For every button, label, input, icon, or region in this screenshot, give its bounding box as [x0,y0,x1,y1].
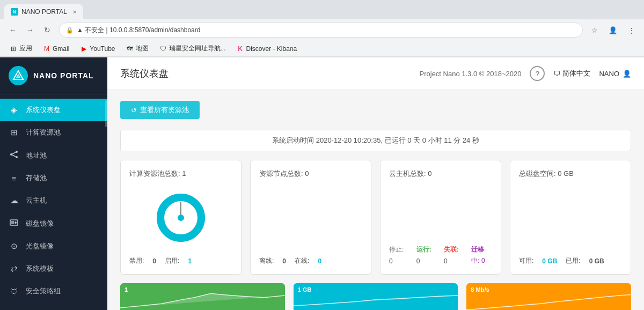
back-button[interactable]: ← [5,23,20,38]
svg-point-3 [16,151,18,153]
disk-icon [10,218,18,227]
svg-point-12 [178,215,184,221]
app-container: NANO PORTAL ◈ 系统仪表盘 ⊞ 计算资源池 [0,57,644,310]
bookmark-star-button[interactable]: ☆ [587,23,602,38]
sidebar-item-disk-image[interactable]: 磁盘镜像 [0,212,107,235]
bookmark-gmail-label: Gmail [53,45,69,53]
cd-icon: ⊙ [9,241,19,251]
user-label: NANO [599,70,619,78]
menu-button[interactable]: ⋮ [624,23,639,38]
logo-text: NANO PORTAL [33,71,94,80]
uptime-bar: 系统启动时间 2020-12-20 10:20:35, 已运行 0 天 0 小时… [120,130,631,151]
enabled-value: 1 [188,257,192,265]
bookmark-kibana[interactable]: K Discover - Kibana [232,44,302,54]
tab-close-button[interactable]: ✕ [72,9,77,15]
share-icon [10,150,18,159]
kibana-icon: K [237,45,244,53]
template-icon: ⇄ [9,264,19,274]
compute-pool-chart [129,185,232,250]
disabled-value: 0 [152,257,156,265]
chart-3-svg [466,283,631,310]
browser-chrome: N NANO PORTAL ✕ ← → ↻ 🔒 ▲ 不安全 | 10.0.0.8… [0,0,644,57]
address-bar[interactable]: 🔒 ▲ 不安全 | 10.0.0.8:5870/admin/dashboard [59,23,583,38]
disk-chart [519,185,622,250]
lock-icon: 🔒 [66,27,74,34]
svg-rect-8 [11,221,14,224]
reload-button[interactable]: ↻ [40,23,55,38]
active-tab[interactable]: N NANO PORTAL ✕ [4,4,83,19]
cards-row: 计算资源池总数: 1 禁用: 0 启用: 1 [120,160,631,275]
sidebar-item-users[interactable]: 👥 用户管理 [0,302,107,310]
address-pool-icon [9,150,19,160]
used-value: 0 GB [589,257,604,265]
resource-nodes-card: 资源节点总数: 0 离线: 0 在线: 0 [250,160,371,275]
bookmark-maps[interactable]: 🗺 地图 [122,43,153,54]
maps-icon: 🗺 [126,45,134,53]
uptime-text: 系统启动时间 2020-12-20 10:20:35, 已运行 0 天 0 小时… [272,136,479,144]
storage-icon: ≡ [9,174,19,183]
svg-point-2 [10,153,12,156]
help-button[interactable]: ? [530,66,545,81]
bookmark-youtube-label: YouTube [90,45,115,53]
avail-value: 0 GB [542,257,557,265]
main-content: 系统仪表盘 Project Nano 1.3.0 © 2018~2020 ? 🗨… [107,57,644,310]
bookmark-gmail[interactable]: M Gmail [39,44,74,54]
sidebar-logo: NANO PORTAL [0,57,107,94]
disabled-label: 禁用: [129,256,144,265]
check-pools-button[interactable]: ↺ 查看所有资源池 [120,101,200,119]
used-label: 已用: [566,256,580,265]
sidebar-item-address-pool[interactable]: 地址池 [0,144,107,167]
resource-nodes-chart [259,185,362,250]
sidebar-item-dashboard-label: 系统仪表盘 [26,105,61,115]
sidebar-item-cd-image[interactable]: ⊙ 光盘镜像 [0,235,107,257]
nav-buttons: ← → ↻ [5,23,55,38]
running-label: 运行: [416,245,438,254]
check-pools-icon: ↺ [131,106,137,114]
resource-nodes-stats: 离线: 0 在线: 0 [259,256,362,265]
migrating-label: 迁移 [471,245,492,254]
bookmark-apps-label: 应用 [19,44,32,53]
sidebar-item-template-label: 系统模板 [26,264,54,274]
sidebar-item-dashboard[interactable]: ◈ 系统仪表盘 [0,99,107,121]
stopped-value: 0 [389,257,411,265]
tab-label: NANO PORTAL [21,8,67,16]
svg-point-4 [16,156,18,158]
bookmark-maps-label: 地图 [136,44,149,53]
sidebar-item-security[interactable]: 🛡 安全策略组 [0,280,107,302]
forward-button[interactable]: → [23,23,38,38]
sidebar-item-template[interactable]: ⇄ 系统模板 [0,257,107,280]
sidebar-item-disk-label: 磁盘镜像 [26,219,54,228]
language-selector[interactable]: 🗨 简体中文 [553,69,590,78]
sidebar-item-compute-pool[interactable]: ⊞ 计算资源池 [0,121,107,144]
bookmark-ruixing[interactable]: 🛡 瑞星安全网址导航... [155,43,230,54]
sidebar-item-address-label: 地址池 [26,151,47,160]
bookmarks-bar: ⊞ 应用 M Gmail ▶ YouTube 🗺 地图 🛡 瑞星安全网址导航..… [0,41,644,57]
dashboard-icon: ◈ [9,105,19,115]
lost-value: 0 [444,257,466,265]
sidebar-item-storage[interactable]: ≡ 存储池 [0,167,107,189]
vm-card-title: 云主机总数: 0 [389,169,492,179]
ruixing-icon: 🛡 [159,45,167,53]
security-icon: 🛡 [9,287,19,296]
sidebar: NANO PORTAL ◈ 系统仪表盘 ⊞ 计算资源池 [0,57,107,310]
bookmark-apps[interactable]: ⊞ 应用 [5,43,36,54]
lang-icon: 🗨 [553,70,560,78]
user-menu[interactable]: NANO 👤 [599,70,631,78]
sidebar-item-vm[interactable]: ☁ 云主机 [0,189,107,212]
chart-2-svg [294,283,458,310]
tabs-bar: N NANO PORTAL ✕ [0,0,644,19]
svg-point-9 [14,222,17,224]
user-icon: 👤 [623,70,631,78]
lang-label: 简体中文 [562,69,590,78]
stopped-label: 停止: [389,245,411,254]
sidebar-nav: ◈ 系统仪表盘 ⊞ 计算资源池 地址池 [0,94,107,310]
online-value: 0 [318,257,321,265]
content-body: ↺ 查看所有资源池 系统启动时间 2020-12-20 10:20:35, 已运… [107,90,644,310]
page-title: 系统仪表盘 [120,67,169,80]
profile-button[interactable]: 👤 [605,23,620,38]
bookmark-ruixing-label: 瑞星安全网址导航... [169,44,226,53]
running-value: 0 [416,257,438,265]
disk-space-title: 总磁盘空间: 0 GB [519,169,622,179]
bookmark-youtube[interactable]: ▶ YouTube [76,44,119,54]
scrollbar-indicator [105,100,107,127]
